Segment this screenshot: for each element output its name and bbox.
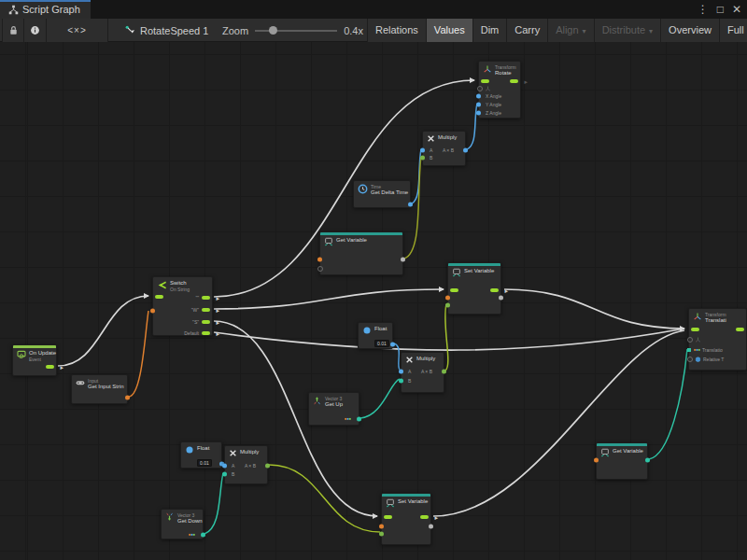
data-port[interactable] bbox=[645, 458, 650, 463]
control-port[interactable] bbox=[202, 308, 210, 312]
node-get-variable-2[interactable]: Get Variable bbox=[596, 442, 648, 480]
zoom-slider-thumb[interactable] bbox=[269, 26, 277, 35]
data-port[interactable] bbox=[390, 343, 395, 347]
data-port[interactable] bbox=[379, 532, 384, 537]
data-port[interactable] bbox=[408, 203, 413, 207]
node-header: Vector 3Get Down bbox=[162, 510, 203, 525]
node-set-variable-1[interactable]: Set Variable▸ bbox=[447, 262, 501, 315]
data-port[interactable] bbox=[445, 296, 450, 301]
graph-canvas[interactable]: On UpdateEvent▸InputGet Input StrinSwitc… bbox=[0, 42, 747, 560]
code-preview-button[interactable]: <×> bbox=[47, 19, 108, 42]
node-title: Get Variable bbox=[613, 448, 643, 455]
data-port[interactable] bbox=[429, 525, 433, 529]
wire bbox=[433, 330, 684, 516]
data-port[interactable] bbox=[317, 258, 322, 262]
chevron-right-icon: ▸ bbox=[504, 287, 508, 294]
data-port[interactable] bbox=[379, 525, 384, 529]
node-text: Vector 3Get Up bbox=[325, 396, 343, 408]
control-port[interactable] bbox=[450, 288, 458, 292]
node-title: Multiply bbox=[240, 449, 259, 455]
control-port[interactable] bbox=[202, 296, 210, 300]
data-port[interactable] bbox=[499, 296, 503, 301]
data-port[interactable] bbox=[445, 303, 450, 308]
data-port[interactable] bbox=[317, 266, 323, 272]
vector3-port[interactable] bbox=[201, 533, 205, 538]
chevron-right-icon: ▸ bbox=[524, 78, 528, 85]
data-port[interactable] bbox=[125, 396, 130, 400]
node-multiply-3[interactable]: MultiplyABA × B bbox=[224, 445, 268, 484]
node-float-1[interactable]: Float0.01 bbox=[358, 322, 393, 349]
control-port[interactable] bbox=[510, 79, 518, 83]
toolbar-button-values[interactable]: Values bbox=[427, 19, 473, 42]
node-get-input-string[interactable]: InputGet Input Strin bbox=[71, 374, 128, 404]
kebab-menu-icon[interactable]: ⋮ bbox=[698, 0, 709, 19]
data-port[interactable] bbox=[401, 258, 405, 262]
control-port[interactable] bbox=[384, 515, 392, 519]
node-get-up[interactable]: Vector 3Get Up bbox=[308, 392, 359, 426]
inspect-button[interactable] bbox=[24, 19, 47, 42]
toolbar-button-carry[interactable]: Carry bbox=[507, 19, 548, 42]
vector3-port[interactable] bbox=[687, 348, 691, 352]
toolbar-button-align[interactable]: Align▾ bbox=[548, 19, 594, 42]
node-get-down[interactable]: Vector 3Get Down bbox=[161, 509, 204, 539]
code-icon: <×> bbox=[67, 25, 87, 35]
graph-breadcrumb[interactable]: RotateSpeed 1 bbox=[125, 19, 208, 42]
control-port[interactable] bbox=[202, 320, 210, 324]
data-port[interactable] bbox=[594, 458, 599, 463]
toolbar-button-full-screen[interactable]: Full Screen bbox=[720, 19, 747, 42]
node-value-field[interactable]: 0.01 bbox=[374, 340, 389, 347]
node-switch-on-string[interactable]: SwitchOn String""▸"W"▸"S"▸Default▸ bbox=[152, 276, 213, 336]
chevron-right-icon: ▸ bbox=[60, 364, 63, 371]
node-multiply-1[interactable]: MultiplyABA × B bbox=[422, 131, 466, 166]
zoom-slider[interactable] bbox=[255, 19, 337, 42]
control-port[interactable] bbox=[481, 79, 489, 83]
data-port[interactable] bbox=[463, 148, 468, 153]
control-port[interactable] bbox=[691, 328, 699, 331]
node-value-field[interactable]: 0.01 bbox=[197, 459, 212, 467]
node-get-variable-1[interactable]: Get Variable bbox=[319, 231, 403, 275]
control-port[interactable] bbox=[202, 331, 210, 335]
maximize-icon[interactable]: □ bbox=[717, 0, 724, 19]
data-port[interactable] bbox=[420, 148, 425, 153]
control-port[interactable] bbox=[490, 288, 499, 292]
control-port[interactable] bbox=[155, 295, 163, 299]
node-title: On Update bbox=[29, 350, 53, 357]
data-port[interactable] bbox=[265, 464, 270, 469]
data-port[interactable] bbox=[476, 111, 481, 116]
data-port[interactable] bbox=[420, 156, 425, 161]
data-port[interactable] bbox=[222, 472, 227, 477]
toolbar-button-overview[interactable]: Overview bbox=[661, 19, 720, 42]
node-translate[interactable]: TransformTranslatiTranslatioRelative T bbox=[688, 308, 747, 371]
data-port[interactable] bbox=[399, 370, 403, 374]
data-port[interactable] bbox=[476, 94, 481, 99]
node-title: Get Down bbox=[177, 518, 200, 525]
toolbar-button-distribute[interactable]: Distribute▾ bbox=[595, 19, 661, 42]
node-header: Float0.01 bbox=[181, 442, 221, 469]
port-label: A × B bbox=[245, 464, 256, 469]
data-port[interactable] bbox=[222, 464, 227, 469]
node-float-2[interactable]: Float0.01 bbox=[180, 441, 222, 469]
control-port[interactable] bbox=[46, 365, 54, 369]
control-port[interactable] bbox=[420, 515, 429, 519]
wire bbox=[360, 379, 400, 418]
data-port[interactable] bbox=[442, 370, 446, 374]
data-port[interactable] bbox=[476, 103, 481, 107]
node-get-delta-time[interactable]: TimeGet Delta Time bbox=[353, 180, 411, 208]
self-port[interactable] bbox=[687, 337, 693, 343]
toolbar-button-dim[interactable]: Dim bbox=[473, 19, 508, 42]
data-port[interactable] bbox=[150, 309, 155, 314]
wire bbox=[504, 289, 684, 329]
node-on-update[interactable]: On UpdateEvent▸ bbox=[12, 344, 57, 376]
toolbar-button-relations[interactable]: Relations bbox=[367, 19, 427, 42]
vector3-port[interactable] bbox=[357, 417, 361, 422]
lock-button[interactable] bbox=[2, 19, 24, 42]
self-port[interactable] bbox=[477, 86, 483, 91]
node-set-variable-2[interactable]: Set Variable▸ bbox=[381, 493, 431, 545]
tab-script-graph[interactable]: Script Graph bbox=[0, 0, 91, 19]
data-port[interactable] bbox=[399, 379, 403, 384]
relative-port[interactable] bbox=[687, 357, 693, 362]
node-multiply-2[interactable]: MultiplyABA × B bbox=[401, 352, 444, 393]
close-icon[interactable]: ✕ bbox=[732, 0, 741, 19]
node-rotate[interactable]: TransformRotateX AngleY AngleZ Angle▸ bbox=[478, 61, 521, 119]
control-port[interactable] bbox=[736, 328, 744, 331]
